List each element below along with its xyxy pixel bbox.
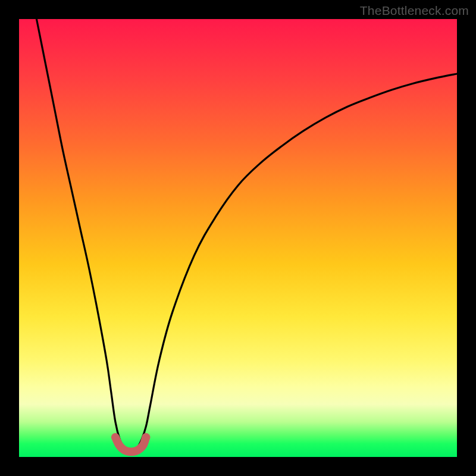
chart-frame: TheBottleneck.com — [0, 0, 476, 476]
left-branch-curve — [36, 19, 124, 448]
bottom-u-marker — [115, 437, 146, 452]
watermark-text: TheBottleneck.com — [360, 4, 469, 18]
curve-layer — [19, 19, 457, 457]
right-branch-curve — [137, 74, 457, 448]
plot-area — [19, 19, 457, 457]
